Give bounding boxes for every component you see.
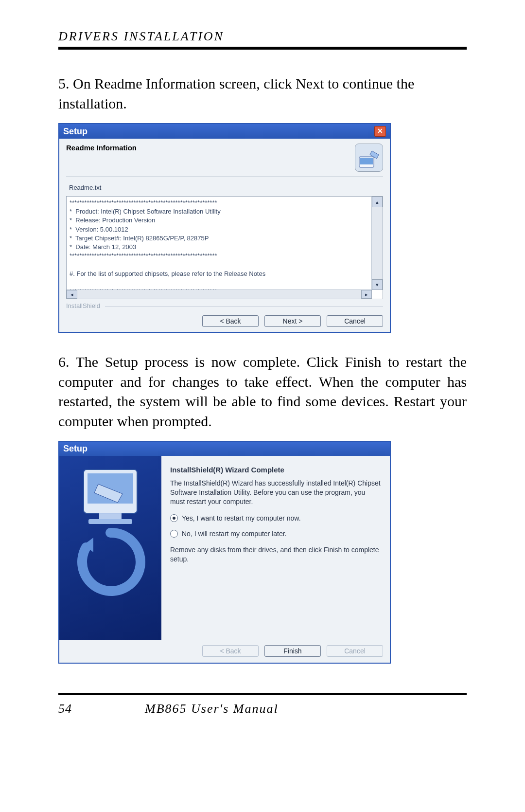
scroll-right-icon[interactable]: ▸ (361, 290, 372, 299)
step5-text: 5. On Readme Information screen, click N… (58, 74, 467, 113)
cancel-button[interactable]: Cancel (327, 315, 383, 327)
section-title: DRIVERS INSTALLATION (58, 29, 467, 44)
titlebar: Setup ✕ (59, 124, 390, 139)
back-button[interactable]: < Back (202, 315, 259, 327)
radio-icon[interactable] (170, 530, 178, 538)
step6-text: 6. The Setup process is now complete. Cl… (58, 352, 467, 431)
footer-rule (58, 693, 467, 695)
wizard-heading: InstallShield(R) Wizard Complete (170, 466, 381, 474)
svg-rect-5 (88, 519, 132, 524)
back-button: < Back (202, 645, 259, 657)
vertical-scrollbar[interactable]: ▴ ▾ (371, 197, 383, 290)
titlebar: Setup (59, 442, 390, 456)
finish-button[interactable]: Finish (264, 645, 321, 657)
scroll-left-icon[interactable]: ◂ (67, 290, 77, 299)
footer-title: MB865 User's Manual (145, 702, 279, 716)
radio-icon[interactable] (170, 514, 178, 522)
wizard-complete-dialog: Setup InstallShield(R) Wizard Complete T… (58, 441, 391, 664)
readme-content: ****************************************… (70, 198, 369, 299)
horizontal-scrollbar[interactable]: ◂ ▸ (67, 289, 372, 299)
readme-dialog: Setup ✕ Readme Information Readme.txt **… (58, 123, 391, 333)
radio-restart-now[interactable]: Yes, I want to restart my computer now. (170, 514, 381, 522)
svg-rect-1 (360, 158, 373, 164)
radio-label: No, I will restart my computer later. (182, 530, 287, 538)
readme-textarea[interactable]: ****************************************… (66, 196, 383, 299)
next-button[interactable]: Next > (264, 315, 321, 327)
brand-label: InstallShield (66, 302, 383, 309)
window-title: Setup (63, 126, 88, 137)
radio-restart-later[interactable]: No, I will restart my computer later. (170, 530, 381, 538)
page-number: 54 (58, 702, 72, 716)
window-title: Setup (63, 444, 88, 454)
scroll-down-icon[interactable]: ▾ (372, 279, 383, 290)
wizard-note: Remove any disks from their drives, and … (170, 545, 381, 564)
header-rule (58, 47, 467, 50)
installer-icon (355, 144, 383, 172)
scroll-up-icon[interactable]: ▴ (372, 197, 383, 207)
cancel-button: Cancel (327, 645, 383, 657)
wizard-description: The InstallShield(R) Wizard has successf… (170, 479, 381, 506)
radio-label: Yes, I want to restart my computer now. (182, 514, 301, 522)
svg-rect-4 (99, 513, 122, 519)
file-label: Readme.txt (66, 182, 383, 196)
close-icon[interactable]: ✕ (374, 126, 386, 137)
dialog-heading: Readme Information (66, 144, 137, 152)
sidebar-art (59, 456, 161, 640)
